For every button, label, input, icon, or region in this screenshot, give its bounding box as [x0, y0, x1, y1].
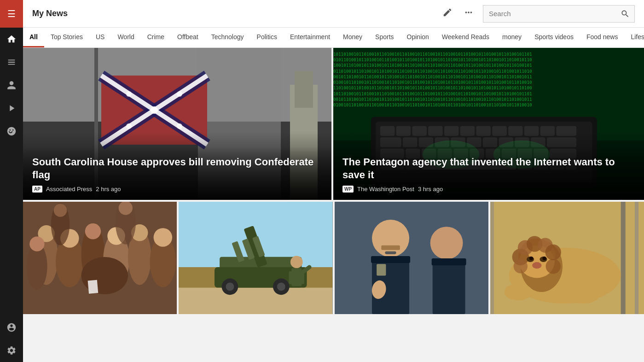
story-small-4[interactable]	[490, 202, 644, 314]
svg-point-140	[504, 284, 532, 300]
search-box	[483, 5, 635, 23]
svg-point-82	[154, 228, 173, 247]
tab-all[interactable]: All	[23, 28, 44, 47]
sidebar-item-settings[interactable]	[0, 339, 23, 362]
tab-world[interactable]: World	[111, 28, 140, 47]
tab-top-stories[interactable]: Top Stories	[44, 28, 89, 47]
main-content: South Carolina House approves bill remov…	[23, 48, 644, 362]
story-left-source-badge: AP	[32, 186, 42, 193]
story-small-3-image	[335, 202, 488, 314]
svg-point-133	[513, 259, 527, 273]
story-right-meta: WP The Washington Post 3 hrs ago	[342, 186, 635, 193]
svg-rect-109	[335, 202, 488, 314]
svg-point-139	[532, 262, 541, 269]
story-small-4-image	[490, 202, 644, 314]
tab-offbeat[interactable]: Offbeat	[171, 28, 205, 47]
story-left-meta: AP Associated Press 2 hrs ago	[32, 186, 322, 193]
svg-rect-117	[371, 256, 410, 263]
tab-food-news[interactable]: Food news	[580, 28, 624, 47]
account-icon	[6, 322, 17, 333]
app-title: My News	[32, 9, 68, 18]
story-right-title: The Pentagon agency that invented the In…	[342, 156, 635, 182]
hamburger-button[interactable]: ☰	[0, 0, 23, 28]
featured-stories: South Carolina House approves bill remov…	[23, 48, 644, 200]
tab-us[interactable]: US	[89, 28, 111, 47]
tab-lifes[interactable]: Lifes	[624, 28, 644, 47]
svg-rect-114	[377, 264, 386, 275]
svg-point-137	[529, 257, 533, 260]
tab-opinion[interactable]: Opinion	[400, 28, 435, 47]
svg-point-86	[54, 204, 67, 217]
small-stories	[23, 202, 644, 314]
story-small-2[interactable]	[179, 202, 332, 314]
sidebar-bottom	[0, 316, 23, 362]
svg-rect-116	[432, 259, 465, 314]
svg-point-79	[85, 223, 101, 239]
play-icon	[6, 103, 17, 113]
sidebar-item-home[interactable]	[0, 28, 23, 51]
story-right-time: 3 hrs ago	[418, 186, 443, 193]
tab-crime[interactable]: Crime	[141, 28, 171, 47]
sidebar: ☰	[0, 0, 23, 362]
story-small-3[interactable]	[335, 202, 488, 314]
tab-entertainment[interactable]: Entertainment	[284, 28, 337, 47]
svg-rect-88	[88, 280, 99, 294]
emoji-icon	[6, 126, 17, 136]
svg-point-102	[277, 282, 285, 291]
story-right-source-badge: WP	[342, 186, 354, 193]
svg-point-100	[226, 282, 234, 291]
svg-rect-123	[635, 202, 638, 314]
sidebar-item-account[interactable]	[0, 316, 23, 339]
story-left-overlay: South Carolina House approves bill remov…	[23, 146, 331, 200]
sidebar-item-profile[interactable]	[0, 74, 23, 97]
svg-rect-111	[381, 245, 400, 250]
story-small-1[interactable]	[23, 202, 177, 314]
story-right-overlay: The Pentagon agency that invented the In…	[333, 146, 644, 200]
tab-money[interactable]: Money	[337, 28, 369, 47]
story-left-source-name: Associated Press	[46, 186, 92, 193]
topbar: My News	[23, 0, 644, 28]
svg-point-115	[430, 227, 463, 259]
hamburger-icon: ☰	[7, 9, 16, 18]
story-small-2-image	[179, 202, 332, 314]
profile-icon	[6, 80, 17, 90]
tab-politics[interactable]: Politics	[250, 28, 284, 47]
svg-rect-112	[385, 251, 396, 254]
search-icon	[621, 9, 630, 18]
svg-rect-142	[490, 202, 494, 314]
story-left-time: 2 hrs ago	[96, 186, 121, 193]
story-featured-right[interactable]: 1011010010110100101101001011010010110100…	[333, 48, 644, 200]
search-button[interactable]	[616, 5, 634, 23]
svg-rect-118	[431, 258, 466, 265]
tab-sports-videos[interactable]: Sports videos	[528, 28, 580, 47]
topbar-actions	[441, 5, 635, 23]
svg-point-134	[545, 259, 560, 274]
feed-icon	[6, 57, 17, 67]
sidebar-item-video[interactable]	[0, 97, 23, 120]
edit-icon	[442, 7, 453, 18]
tab-weekend-reads[interactable]: Weekend Reads	[435, 28, 496, 47]
svg-rect-122	[621, 202, 625, 314]
tab-sports[interactable]: Sports	[369, 28, 400, 47]
svg-rect-105	[289, 271, 294, 284]
story-left-title: South Carolina House approves bill remov…	[32, 156, 322, 182]
story-right-source-name: The Washington Post	[357, 186, 414, 193]
tab-technology[interactable]: Technology	[205, 28, 250, 47]
svg-point-83	[29, 236, 44, 251]
more-button[interactable]	[462, 6, 476, 22]
edit-button[interactable]	[441, 6, 454, 22]
sidebar-item-feed[interactable]	[0, 51, 23, 74]
search-input[interactable]	[483, 10, 616, 18]
more-icon	[464, 7, 474, 18]
svg-point-76	[81, 257, 128, 294]
story-small-1-image	[23, 202, 177, 314]
tab-money2[interactable]: money	[496, 28, 528, 47]
svg-point-132	[545, 245, 561, 260]
svg-point-138	[542, 257, 546, 260]
sidebar-item-emoji[interactable]	[0, 120, 23, 143]
settings-icon	[6, 345, 17, 356]
svg-point-141	[567, 285, 600, 304]
story-featured-left[interactable]: South Carolina House approves bill remov…	[23, 48, 331, 200]
svg-point-103	[290, 256, 303, 269]
nav-tabs: All Top Stories US World Crime Offbeat T…	[23, 28, 644, 48]
